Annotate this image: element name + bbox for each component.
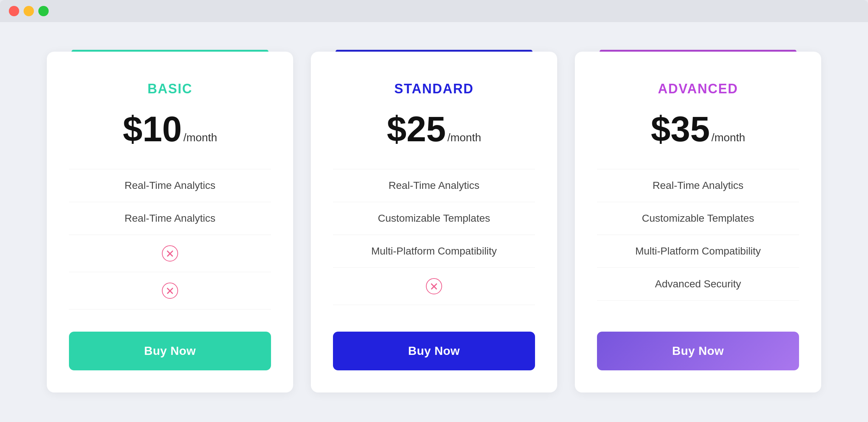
- feature-item: Real-Time Analytics: [597, 169, 799, 202]
- feature-item-excluded: [69, 272, 271, 309]
- feature-item: Multi-Platform Compatibility: [333, 235, 535, 268]
- buy-button-standard[interactable]: Buy Now: [333, 332, 535, 370]
- window-chrome: [0, 0, 868, 22]
- features-list-basic: Real-Time Analytics Real-Time Analytics: [69, 169, 271, 309]
- price-period-basic: /month: [183, 131, 217, 144]
- feature-item: Real-Time Analytics: [69, 169, 271, 202]
- x-icon: [162, 283, 178, 299]
- pricing-card-standard: STANDARD $25 /month Real-Time Analytics …: [311, 52, 557, 392]
- features-list-advanced: Real-Time Analytics Customizable Templat…: [597, 169, 799, 309]
- price-block-advanced: $35 /month: [651, 111, 745, 147]
- feature-item-excluded: [69, 235, 271, 272]
- maximize-button[interactable]: [38, 6, 49, 16]
- plan-name-advanced: ADVANCED: [658, 81, 738, 97]
- feature-item: Real-Time Analytics: [333, 169, 535, 202]
- price-amount-advanced: $35: [651, 111, 710, 147]
- price-amount-basic: $10: [123, 111, 182, 147]
- buy-button-basic[interactable]: Buy Now: [69, 332, 271, 370]
- pricing-card-advanced: ADVANCED $35 /month Real-Time Analytics …: [575, 52, 821, 392]
- feature-item-excluded: [333, 268, 535, 305]
- price-block-basic: $10 /month: [123, 111, 217, 147]
- minimize-button[interactable]: [24, 6, 34, 16]
- price-period-standard: /month: [447, 131, 481, 144]
- price-block-standard: $25 /month: [387, 111, 481, 147]
- content-area: BASIC $10 /month Real-Time Analytics Rea…: [0, 22, 868, 422]
- feature-item: Multi-Platform Compatibility: [597, 235, 799, 268]
- pricing-card-basic: BASIC $10 /month Real-Time Analytics Rea…: [47, 52, 293, 392]
- plan-name-basic: BASIC: [147, 81, 192, 97]
- price-period-advanced: /month: [711, 131, 745, 144]
- plan-name-standard: STANDARD: [394, 81, 473, 97]
- feature-item: Customizable Templates: [597, 202, 799, 235]
- feature-item-advanced-security: Advanced Security: [597, 268, 799, 301]
- features-list-standard: Real-Time Analytics Customizable Templat…: [333, 169, 535, 309]
- pricing-cards-container: BASIC $10 /month Real-Time Analytics Rea…: [47, 52, 821, 392]
- price-amount-standard: $25: [387, 111, 446, 147]
- buy-button-advanced[interactable]: Buy Now: [597, 332, 799, 370]
- x-icon: [162, 245, 178, 262]
- x-icon: [426, 278, 442, 294]
- feature-item: Real-Time Analytics: [69, 202, 271, 235]
- feature-item: Customizable Templates: [333, 202, 535, 235]
- close-button[interactable]: [9, 6, 19, 16]
